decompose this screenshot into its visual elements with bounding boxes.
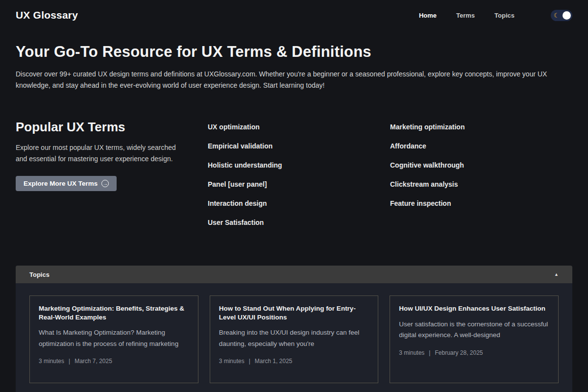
term-link[interactable]: Interaction design	[208, 199, 267, 208]
topic-card[interactable]: Marketing Optimization: Benefits, Strate…	[29, 295, 198, 383]
hero-description: Discover over 99+ curated UX design term…	[16, 69, 560, 91]
page: UX Glossary Home Terms Topics ☾ Your Go-…	[0, 0, 588, 392]
explore-more-button[interactable]: Explore More UX Terms →	[16, 176, 117, 191]
main-nav: Home Terms Topics ☾	[419, 10, 572, 21]
term-link[interactable]: Panel [user panel]	[208, 180, 267, 189]
terms-column-1: UX optimization Empirical validation Hol…	[208, 122, 390, 237]
topic-card-title: How to Stand Out When Applying for Entry…	[219, 304, 369, 321]
arrow-right-circle-icon: →	[101, 180, 109, 187]
terms-column-2: Marketing optimization Affordance Cognit…	[390, 122, 572, 237]
header: UX Glossary Home Terms Topics ☾	[16, 0, 572, 30]
theme-toggle[interactable]: ☾	[551, 10, 572, 21]
moon-icon: ☾	[552, 12, 560, 19]
topic-card-meta: 3 minutes | February 28, 2025	[399, 349, 549, 356]
explore-more-label: Explore More UX Terms	[24, 180, 98, 187]
page-title: Your Go-To Resource for UX Terms & Defin…	[16, 43, 572, 61]
publish-date: February 28, 2025	[435, 349, 483, 356]
term-link[interactable]: UX optimization	[208, 122, 260, 131]
terms-grid: UX optimization Empirical validation Hol…	[208, 122, 572, 237]
hero-section: Your Go-To Resource for UX Terms & Defin…	[16, 43, 572, 91]
chevron-up-icon: ▲	[554, 272, 559, 277]
popular-terms-section: Popular UX Terms Explore our most popula…	[16, 120, 572, 237]
topic-card-meta: 3 minutes | March 7, 2025	[39, 358, 189, 365]
topic-card-meta: 3 minutes | March 1, 2025	[219, 358, 369, 365]
publish-date: March 1, 2025	[255, 358, 293, 365]
read-time: 3 minutes	[219, 358, 245, 365]
section-title: Popular UX Terms	[16, 120, 208, 135]
toggle-knob	[563, 11, 571, 20]
term-link[interactable]: Cognitive walkthrough	[390, 161, 464, 170]
term-link[interactable]: User Satisfaction	[208, 218, 264, 227]
term-link[interactable]: Marketing optimization	[390, 122, 465, 131]
topics-panel: Topics ▲ Marketing Optimization: Benefit…	[16, 266, 572, 392]
nav-item-home[interactable]: Home	[419, 12, 437, 19]
term-link[interactable]: Empirical validation	[208, 142, 272, 150]
term-link[interactable]: Affordance	[390, 142, 426, 150]
publish-date: March 7, 2025	[74, 358, 112, 365]
term-link[interactable]: Holistic understanding	[208, 161, 282, 170]
meta-separator: |	[429, 349, 430, 356]
topic-card[interactable]: How to Stand Out When Applying for Entry…	[210, 295, 379, 383]
topic-card[interactable]: How UI/UX Design Enhances User Satisfact…	[390, 295, 559, 383]
topic-card-excerpt: Breaking into the UX/UI design industry …	[219, 327, 369, 349]
topic-card-title: Marketing Optimization: Benefits, Strate…	[39, 304, 189, 321]
site-logo[interactable]: UX Glossary	[16, 9, 78, 21]
topics-accordion-header[interactable]: Topics ▲	[16, 266, 572, 283]
topics-label: Topics	[29, 271, 49, 278]
topic-cards-grid: Marketing Optimization: Benefits, Strate…	[16, 283, 572, 392]
topic-card-excerpt: What Is Marketing Optimization? Marketin…	[39, 327, 189, 349]
meta-separator: |	[69, 358, 70, 365]
section-description: Explore our most popular UX terms, widel…	[16, 142, 182, 165]
read-time: 3 minutes	[399, 349, 424, 356]
meta-separator: |	[249, 358, 250, 365]
topic-card-title: How UI/UX Design Enhances User Satisfact…	[399, 304, 549, 313]
read-time: 3 minutes	[39, 358, 64, 365]
nav-item-topics[interactable]: Topics	[494, 12, 514, 19]
term-link[interactable]: Feature inspection	[390, 199, 451, 208]
popular-terms-intro: Popular UX Terms Explore our most popula…	[16, 120, 208, 237]
topic-card-excerpt: User satisfaction is the cornerstone of …	[399, 319, 549, 341]
term-link[interactable]: Clickstream analysis	[390, 180, 458, 189]
nav-item-terms[interactable]: Terms	[456, 12, 475, 19]
